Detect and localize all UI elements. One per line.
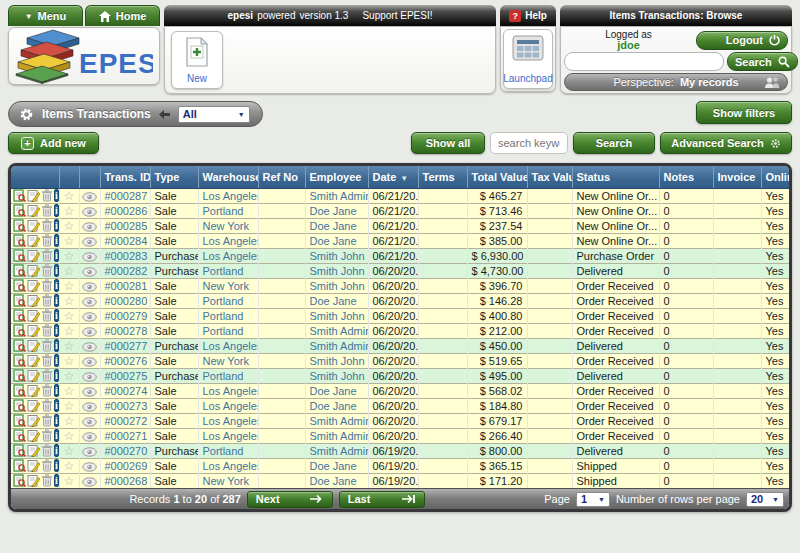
- table-row[interactable]: i ☆ #000284 Sale Los Angeles Doe Jane 06…: [11, 233, 791, 248]
- cell-employee[interactable]: Doe Jane: [305, 383, 368, 398]
- cell-warehouse[interactable]: New York: [198, 278, 258, 293]
- cell-warehouse[interactable]: Portland: [198, 263, 258, 278]
- info-icon[interactable]: i: [54, 354, 59, 367]
- cell-trans-id[interactable]: #000278: [100, 323, 150, 338]
- delete-icon[interactable]: [41, 459, 53, 472]
- cell-warehouse[interactable]: Portland: [198, 368, 258, 383]
- preview-icon[interactable]: [13, 234, 26, 247]
- delete-icon[interactable]: [41, 474, 53, 487]
- cell-employee[interactable]: Smith Admin: [305, 338, 368, 353]
- cell-trans-id[interactable]: #000281: [100, 278, 150, 293]
- edit-icon[interactable]: [27, 294, 40, 307]
- header-type[interactable]: Type: [150, 166, 198, 188]
- edit-icon[interactable]: [27, 384, 40, 397]
- favorite-star-icon[interactable]: ☆: [59, 188, 79, 203]
- info-icon[interactable]: i: [54, 384, 59, 397]
- gear-icon[interactable]: [19, 107, 34, 122]
- info-icon[interactable]: i: [54, 399, 59, 412]
- watch-eye-icon[interactable]: [79, 233, 100, 248]
- info-icon[interactable]: i: [54, 189, 59, 202]
- show-all-button[interactable]: Show all: [411, 132, 485, 154]
- cell-employee[interactable]: Smith John: [305, 263, 368, 278]
- delete-icon[interactable]: [41, 264, 53, 277]
- help-bar[interactable]: ? Help: [500, 5, 556, 26]
- cell-warehouse[interactable]: New York: [198, 353, 258, 368]
- next-page-button[interactable]: Next: [247, 491, 333, 508]
- table-row[interactable]: i ☆ #000286 Sale Portland Doe Jane 06/21…: [11, 203, 791, 218]
- favorite-star-icon[interactable]: ☆: [59, 218, 79, 233]
- delete-icon[interactable]: [41, 219, 53, 232]
- watch-eye-icon[interactable]: [79, 383, 100, 398]
- edit-icon[interactable]: [27, 324, 40, 337]
- info-icon[interactable]: i: [54, 339, 59, 352]
- preview-icon[interactable]: [13, 444, 26, 457]
- favorite-star-icon[interactable]: ☆: [59, 428, 79, 443]
- header-status[interactable]: Status: [572, 166, 659, 188]
- info-icon[interactable]: i: [54, 234, 59, 247]
- preview-icon[interactable]: [13, 339, 26, 352]
- cell-employee[interactable]: Smith Admin: [305, 443, 368, 458]
- edit-icon[interactable]: [27, 264, 40, 277]
- cell-employee[interactable]: Doe Jane: [305, 458, 368, 473]
- launchpad-button[interactable]: Launchpad: [503, 29, 553, 89]
- watch-eye-icon[interactable]: [79, 248, 100, 263]
- cell-warehouse[interactable]: Los Angeles: [198, 428, 258, 443]
- table-row[interactable]: i ☆ #000281 Sale New York Smith John 06/…: [11, 278, 791, 293]
- cell-trans-id[interactable]: #000277: [100, 338, 150, 353]
- info-icon[interactable]: i: [54, 414, 59, 427]
- header-online[interactable]: Online: [761, 166, 791, 188]
- preview-icon[interactable]: [13, 474, 26, 487]
- preview-icon[interactable]: [13, 369, 26, 382]
- table-row[interactable]: i ☆ #000280 Sale Portland Doe Jane 06/20…: [11, 293, 791, 308]
- watch-eye-icon[interactable]: [79, 458, 100, 473]
- watch-eye-icon[interactable]: [79, 473, 100, 488]
- preview-icon[interactable]: [13, 429, 26, 442]
- support-link[interactable]: Support EPESI!: [362, 10, 432, 21]
- table-row[interactable]: i ☆ #000275 Purchase Portland Smith John…: [11, 368, 791, 383]
- favorite-star-icon[interactable]: ☆: [59, 413, 79, 428]
- global-search-input[interactable]: [564, 52, 724, 71]
- table-row[interactable]: i ☆ #000274 Sale Los Angeles Doe Jane 06…: [11, 383, 791, 398]
- table-row[interactable]: i ☆ #000268 Sale New York Doe Jane 06/19…: [11, 473, 791, 488]
- header-invoice[interactable]: Invoice: [713, 166, 761, 188]
- edit-icon[interactable]: [27, 309, 40, 322]
- cell-employee[interactable]: Smith John: [305, 368, 368, 383]
- delete-icon[interactable]: [41, 294, 53, 307]
- header-trans-id[interactable]: Trans. ID: [100, 166, 150, 188]
- edit-icon[interactable]: [27, 279, 40, 292]
- edit-icon[interactable]: [27, 339, 40, 352]
- cell-employee[interactable]: Smith Admin: [305, 428, 368, 443]
- table-row[interactable]: i ☆ #000270 Purchase Portland Smith Admi…: [11, 443, 791, 458]
- edit-icon[interactable]: [27, 444, 40, 457]
- cell-warehouse[interactable]: Los Angeles: [198, 188, 258, 203]
- cell-warehouse[interactable]: Los Angeles: [198, 458, 258, 473]
- header-notes[interactable]: Notes: [659, 166, 713, 188]
- favorite-star-icon[interactable]: ☆: [59, 398, 79, 413]
- preview-icon[interactable]: [13, 279, 26, 292]
- add-new-button[interactable]: + Add new: [8, 132, 99, 154]
- delete-icon[interactable]: [41, 399, 53, 412]
- delete-icon[interactable]: [41, 204, 53, 217]
- watch-eye-icon[interactable]: [79, 338, 100, 353]
- header-warehouse[interactable]: Warehouse: [198, 166, 258, 188]
- watch-eye-icon[interactable]: [79, 188, 100, 203]
- cell-trans-id[interactable]: #000268: [100, 473, 150, 488]
- preview-icon[interactable]: [13, 399, 26, 412]
- show-filters-button[interactable]: Show filters: [696, 101, 792, 124]
- delete-icon[interactable]: [41, 444, 53, 457]
- delete-icon[interactable]: [41, 414, 53, 427]
- cell-trans-id[interactable]: #000287: [100, 188, 150, 203]
- cell-trans-id[interactable]: #000276: [100, 353, 150, 368]
- cell-trans-id[interactable]: #000285: [100, 218, 150, 233]
- cell-warehouse[interactable]: Los Angeles: [198, 233, 258, 248]
- info-icon[interactable]: i: [54, 249, 59, 262]
- info-icon[interactable]: i: [54, 294, 59, 307]
- cell-trans-id[interactable]: #000275: [100, 368, 150, 383]
- watch-eye-icon[interactable]: [79, 413, 100, 428]
- global-search-button[interactable]: Search: [727, 52, 798, 71]
- table-search-button[interactable]: Search: [573, 132, 655, 154]
- edit-icon[interactable]: [27, 369, 40, 382]
- favorite-star-icon[interactable]: ☆: [59, 383, 79, 398]
- watch-eye-icon[interactable]: [79, 323, 100, 338]
- table-row[interactable]: i ☆ #000269 Sale Los Angeles Doe Jane 06…: [11, 458, 791, 473]
